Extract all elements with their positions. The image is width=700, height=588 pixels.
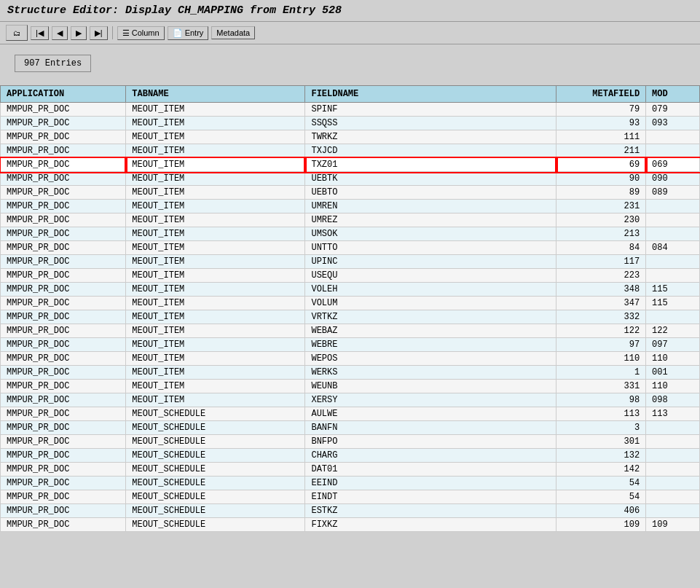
cell-tabname: MEOUT_SCHEDULE [126, 449, 305, 463]
cell-metafield: 90 [557, 172, 646, 186]
table-row: MMPUR_PR_DOCMEOUT_ITEMTXZ0169069 [1, 158, 700, 172]
cell-application: MMPUR_PR_DOC [1, 255, 126, 269]
copy-icon: 🗂 [11, 27, 23, 39]
cell-fieldname: UMREZ [305, 213, 557, 227]
table-row: MMPUR_PR_DOCMEOUT_SCHEDULEDAT01142 [1, 463, 700, 477]
cell-metafield: 117 [557, 255, 646, 269]
cell-metafield: 122 [557, 324, 646, 338]
entry-label: Entry [185, 28, 204, 37]
table-row: MMPUR_PR_DOCMEOUT_ITEMXERSY98098 [1, 393, 700, 407]
cell-tabname: MEOUT_SCHEDULE [126, 504, 305, 518]
cell-application: MMPUR_PR_DOC [1, 435, 126, 449]
cell-fieldname: DAT01 [305, 463, 557, 477]
cell-fieldname: EINDT [305, 490, 557, 504]
cell-metafield: 301 [557, 435, 646, 449]
prev-button[interactable]: ◀ [52, 26, 68, 40]
cell-application: MMPUR_PR_DOC [1, 310, 126, 324]
cell-fieldname: SPINF [305, 103, 557, 117]
cell-tabname: MEOUT_ITEM [126, 130, 305, 144]
cell-mod [646, 213, 700, 227]
copy-button[interactable]: 🗂 [6, 25, 28, 41]
cell-application: MMPUR_PR_DOC [1, 366, 126, 380]
cell-fieldname: AULWE [305, 407, 557, 421]
cell-mod: 089 [646, 186, 700, 200]
prev-icon: ◀ [57, 28, 63, 38]
cell-metafield: 110 [557, 352, 646, 366]
cell-application: MMPUR_PR_DOC [1, 269, 126, 283]
data-table: APPLICATION TABNAME FIELDNAME METAFIELD … [0, 85, 700, 532]
column-icon: ☰ [122, 28, 130, 38]
col-header-application: APPLICATION [1, 86, 126, 103]
cell-application: MMPUR_PR_DOC [1, 200, 126, 213]
entries-section: 907 Entries [0, 44, 700, 82]
table-row: MMPUR_PR_DOCMEOUT_SCHEDULEBANFN3 [1, 421, 700, 435]
cell-fieldname: TXZ01 [305, 158, 557, 172]
cell-fieldname: VRTKZ [305, 310, 557, 324]
metadata-button[interactable]: Metadata [211, 26, 255, 39]
cell-application: MMPUR_PR_DOC [1, 186, 126, 200]
cell-mod: 122 [646, 324, 700, 338]
cell-application: MMPUR_PR_DOC [1, 338, 126, 352]
cell-metafield: 213 [557, 227, 646, 241]
cell-mod [646, 255, 700, 269]
cell-application: MMPUR_PR_DOC [1, 477, 126, 490]
cell-tabname: MEOUT_ITEM [126, 366, 305, 380]
cell-application: MMPUR_PR_DOC [1, 213, 126, 227]
cell-mod: 098 [646, 393, 700, 407]
entry-icon: 📄 [173, 28, 183, 38]
cell-tabname: MEOUT_ITEM [126, 200, 305, 213]
table-row: MMPUR_PR_DOCMEOUT_ITEMUSEQU223 [1, 269, 700, 283]
cell-fieldname: USEQU [305, 269, 557, 283]
cell-tabname: MEOUT_SCHEDULE [126, 490, 305, 504]
cell-mod [646, 130, 700, 144]
cell-metafield: 132 [557, 449, 646, 463]
cell-application: MMPUR_PR_DOC [1, 117, 126, 130]
cell-tabname: MEOUT_ITEM [126, 186, 305, 200]
cell-tabname: MEOUT_ITEM [126, 297, 305, 310]
col-header-fieldname: FIELDNAME [305, 86, 557, 103]
cell-tabname: MEOUT_SCHEDULE [126, 477, 305, 490]
cell-application: MMPUR_PR_DOC [1, 449, 126, 463]
cell-mod: 069 [646, 158, 700, 172]
first-icon: |◀ [36, 28, 44, 38]
cell-application: MMPUR_PR_DOC [1, 227, 126, 241]
cell-fieldname: WERKS [305, 366, 557, 380]
cell-fieldname: BANFN [305, 421, 557, 435]
table-container[interactable]: APPLICATION TABNAME FIELDNAME METAFIELD … [0, 85, 700, 579]
cell-mod: 109 [646, 518, 700, 532]
cell-metafield: 223 [557, 269, 646, 283]
cell-fieldname: TWRKZ [305, 130, 557, 144]
cell-fieldname: VOLUM [305, 297, 557, 310]
cell-metafield: 1 [557, 366, 646, 380]
cell-fieldname: XERSY [305, 393, 557, 407]
cell-tabname: MEOUT_ITEM [126, 213, 305, 227]
cell-mod [646, 310, 700, 324]
column-label: Column [132, 28, 160, 37]
cell-mod [646, 200, 700, 213]
cell-application: MMPUR_PR_DOC [1, 158, 126, 172]
cell-metafield: 79 [557, 103, 646, 117]
cell-application: MMPUR_PR_DOC [1, 352, 126, 366]
cell-mod: 001 [646, 366, 700, 380]
cell-tabname: MEOUT_SCHEDULE [126, 421, 305, 435]
column-button[interactable]: ☰ Column [117, 26, 165, 40]
cell-application: MMPUR_PR_DOC [1, 518, 126, 532]
cell-mod [646, 490, 700, 504]
cell-metafield: 111 [557, 130, 646, 144]
last-button[interactable]: ▶| [90, 26, 108, 40]
cell-fieldname: UMREN [305, 200, 557, 213]
cell-mod [646, 463, 700, 477]
entry-button[interactable]: 📄 Entry [168, 26, 209, 40]
col-header-tabname: TABNAME [126, 86, 305, 103]
cell-fieldname: VOLEH [305, 283, 557, 297]
table-row: MMPUR_PR_DOCMEOUT_ITEMSSQSS93093 [1, 117, 700, 130]
table-row: MMPUR_PR_DOCMEOUT_ITEMWERKS1001 [1, 366, 700, 380]
next-button[interactable]: ▶ [71, 26, 87, 40]
cell-tabname: MEOUT_ITEM [126, 393, 305, 407]
table-row: MMPUR_PR_DOCMEOUT_ITEMWEPOS110110 [1, 352, 700, 366]
metadata-label: Metadata [216, 28, 250, 37]
first-button[interactable]: |◀ [31, 26, 49, 40]
cell-application: MMPUR_PR_DOC [1, 393, 126, 407]
table-header-row: APPLICATION TABNAME FIELDNAME METAFIELD … [1, 86, 700, 103]
cell-application: MMPUR_PR_DOC [1, 241, 126, 255]
